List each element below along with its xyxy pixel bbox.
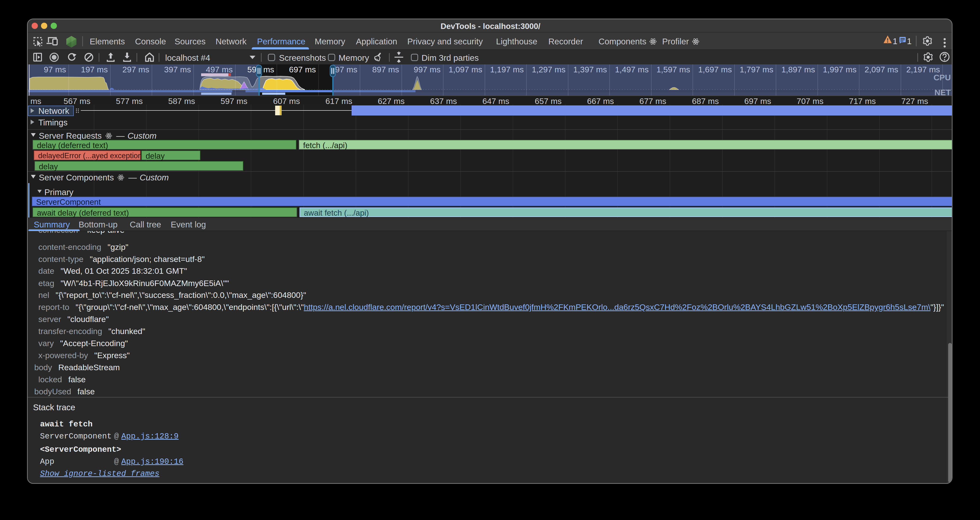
svg-text:1,097 ms: 1,097 ms: [449, 65, 482, 74]
svg-text:2,097 ms: 2,097 ms: [864, 65, 898, 74]
svg-text:1,797 ms: 1,797 ms: [740, 65, 773, 74]
svg-text:1,697 ms: 1,697 ms: [698, 65, 732, 74]
svg-text:CPU: CPU: [934, 73, 951, 82]
svg-text:1,997 ms: 1,997 ms: [823, 65, 856, 74]
svg-text:697 ms: 697 ms: [289, 65, 316, 74]
svg-text:897 ms: 897 ms: [372, 65, 399, 74]
svg-text:1,597 ms: 1,597 ms: [656, 65, 690, 74]
svg-text:397 ms: 397 ms: [164, 65, 191, 74]
svg-text:1,397 ms: 1,397 ms: [573, 65, 607, 74]
svg-text:1,197 ms: 1,197 ms: [490, 65, 524, 74]
svg-text:497 ms: 497 ms: [206, 65, 233, 74]
svg-text:97 ms: 97 ms: [44, 65, 66, 74]
svg-text:1,897 ms: 1,897 ms: [781, 65, 815, 74]
svg-text:297 ms: 297 ms: [123, 65, 150, 74]
svg-text:997 ms: 997 ms: [414, 65, 441, 74]
svg-text:1,497 ms: 1,497 ms: [615, 65, 649, 74]
svg-text:197 ms: 197 ms: [81, 65, 108, 74]
svg-text:1,297 ms: 1,297 ms: [532, 65, 565, 74]
